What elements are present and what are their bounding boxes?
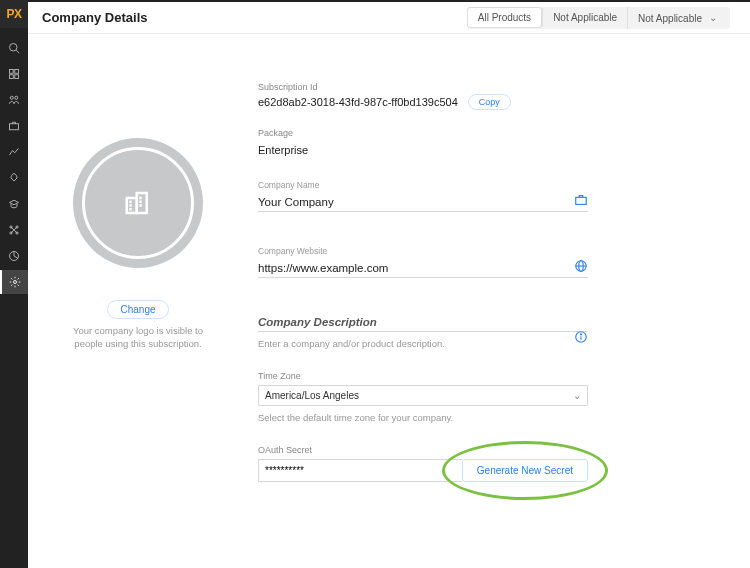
- package-value: Enterprise: [258, 144, 308, 156]
- nav-analytics[interactable]: [0, 140, 28, 164]
- chart-icon: [8, 146, 20, 158]
- dashboard-icon: [8, 68, 20, 80]
- nav-pie[interactable]: [0, 244, 28, 268]
- sidebar: PX: [0, 0, 28, 568]
- header-tab-na1[interactable]: Not Applicable: [542, 8, 627, 27]
- nav-education[interactable]: [0, 192, 28, 216]
- company-description-field: Enter a company and/or product descripti…: [258, 312, 588, 349]
- header-tab-na2-label: Not Applicable: [638, 12, 702, 23]
- svg-point-6: [10, 96, 13, 99]
- brand-logo: PX: [0, 0, 28, 28]
- chevron-down-icon: ⌄: [573, 390, 581, 401]
- pie-icon: [8, 250, 20, 262]
- nav-nodes[interactable]: [0, 218, 28, 242]
- company-website-field: Company Website: [258, 246, 588, 278]
- time-zone-label: Time Zone: [258, 371, 588, 381]
- time-zone-value: America/Los Angeles: [265, 390, 359, 401]
- briefcase-icon: [8, 120, 20, 132]
- svg-rect-8: [10, 124, 19, 130]
- header-tab-all-products[interactable]: All Products: [467, 7, 542, 28]
- svg-rect-2: [10, 70, 14, 74]
- nav-rocket[interactable]: [0, 166, 28, 190]
- time-zone-field: Time Zone America/Los Angeles ⌄ Select t…: [258, 371, 588, 423]
- nav-dashboard[interactable]: [0, 62, 28, 86]
- header-tabs: All Products Not Applicable Not Applicab…: [467, 7, 730, 29]
- rocket-icon: [8, 172, 20, 184]
- company-logo-inner: [82, 147, 194, 259]
- nav-settings[interactable]: [0, 270, 28, 294]
- logo-column: Change Your company logo is visible to p…: [58, 82, 218, 548]
- form-column: Subscription Id e62d8ab2-3018-43fd-987c-…: [258, 82, 588, 548]
- svg-point-16: [14, 281, 17, 284]
- nodes-icon: [8, 224, 20, 236]
- nav-users[interactable]: [0, 88, 28, 112]
- subscription-id-label: Subscription Id: [258, 82, 588, 92]
- nav-search[interactable]: [0, 36, 28, 60]
- briefcase-icon: [574, 193, 588, 207]
- svg-point-0: [10, 44, 18, 52]
- chevron-down-icon: ⌄: [706, 11, 720, 25]
- company-name-input[interactable]: [258, 193, 588, 212]
- content: Change Your company logo is visible to p…: [28, 34, 750, 568]
- company-logo-placeholder[interactable]: [73, 138, 203, 268]
- svg-point-31: [581, 334, 582, 335]
- buildings-icon: [123, 188, 153, 218]
- company-website-label: Company Website: [258, 246, 588, 256]
- change-logo-button[interactable]: Change: [107, 300, 168, 319]
- nav-briefcase[interactable]: [0, 114, 28, 138]
- time-zone-hint: Select the default time zone for your co…: [258, 412, 588, 423]
- copy-subscription-button[interactable]: Copy: [468, 94, 511, 110]
- time-zone-select[interactable]: America/Los Angeles ⌄: [258, 385, 588, 406]
- svg-rect-5: [15, 75, 19, 79]
- generate-new-secret-button[interactable]: Generate New Secret: [462, 459, 588, 482]
- svg-rect-3: [15, 70, 19, 74]
- header: Company Details All Products Not Applica…: [28, 2, 750, 34]
- company-description-hint: Enter a company and/or product descripti…: [258, 338, 588, 349]
- globe-icon: [574, 259, 588, 273]
- page-title: Company Details: [42, 10, 467, 25]
- svg-point-7: [15, 96, 18, 99]
- oauth-label: OAuth Secret: [258, 445, 588, 455]
- gear-icon: [9, 276, 21, 288]
- header-tab-na2[interactable]: Not Applicable⌄: [627, 7, 730, 29]
- info-icon: [574, 330, 588, 344]
- oauth-secret-input[interactable]: [258, 459, 462, 482]
- svg-rect-4: [10, 75, 14, 79]
- subscription-block: Subscription Id e62d8ab2-3018-43fd-987c-…: [258, 82, 588, 110]
- oauth-field: OAuth Secret Generate New Secret: [258, 445, 588, 482]
- subscription-id-value: e62d8ab2-3018-43fd-987c-ff0bd139c504: [258, 96, 458, 108]
- main: Company Details All Products Not Applica…: [28, 0, 750, 568]
- package-block: Package Enterprise: [258, 128, 588, 158]
- brand-text: PX: [6, 7, 21, 21]
- company-website-input[interactable]: [258, 259, 588, 278]
- svg-line-1: [16, 50, 19, 53]
- svg-rect-25: [576, 197, 587, 204]
- education-icon: [8, 198, 20, 210]
- company-description-input[interactable]: [258, 313, 588, 332]
- sidebar-nav: [0, 36, 28, 294]
- company-name-field: Company Name: [258, 180, 588, 212]
- company-name-label: Company Name: [258, 180, 588, 190]
- package-label: Package: [258, 128, 588, 138]
- users-icon: [8, 94, 20, 106]
- search-icon: [8, 42, 20, 54]
- logo-hint: Your company logo is visible to people u…: [58, 325, 218, 351]
